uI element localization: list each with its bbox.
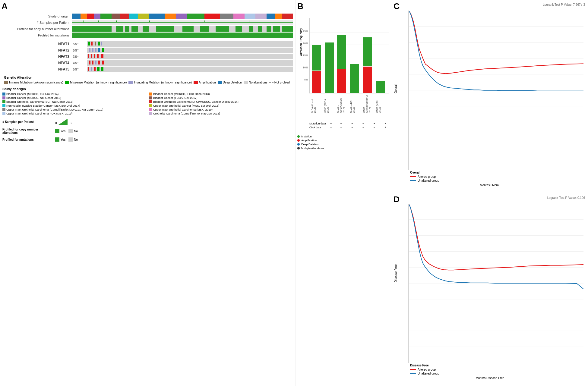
study-label-1: Bladder Cancer (MSKCC, Eur Urol 2014) (6, 92, 58, 96)
legend-no-alt: No alterations (244, 81, 267, 84)
d-chart-svg: 90% 80% 70% 60% 50% 40% 30% 20% 10% 0% 1… (409, 204, 583, 363)
cna-val-3: − (347, 126, 357, 129)
c-chart-svg: 90% 80% 70% 60% 50% 40% 30% 20% 10% 0% 1… (409, 11, 583, 170)
x-label-2: UTUC (TCGA 2017) (324, 95, 329, 113)
samples-min: 0 (55, 121, 57, 125)
profiled-mut-label: Profiled for mutations (2, 33, 72, 37)
study-swatch-3 (2, 96, 5, 99)
cna-data-label: CNA data (309, 126, 326, 129)
d-chart-area: 90% 80% 70% 60% 50% 40% 30% 20% 10% 0% 1… (409, 204, 583, 363)
bar-6 (376, 81, 385, 93)
panel-a: A Study of origin # Samples per Patient (0, 0, 296, 386)
d-legend: Disease Free Altered group Unaltered gro… (410, 364, 439, 375)
study-of-origin-bar[interactable] (72, 14, 293, 19)
mut-val-2: + (336, 122, 346, 125)
cna-no-label: No (74, 130, 78, 133)
d-blue-curve (409, 204, 583, 289)
panel-b-label: B (297, 2, 303, 11)
not-profiled-swatch (269, 82, 273, 83)
nfat1-track[interactable] (87, 41, 293, 47)
samples-per-patient-bar (72, 20, 293, 25)
study-label-10: Upper Tract Urothelial Carcinoma (MSK, 2… (153, 108, 213, 111)
b-amp-dot (297, 139, 300, 142)
x-label-5: UTUC (Cornell/Baylor/MDACC 2019) (363, 95, 371, 113)
inframe-label: Inframe Mutation (unknown significance) (9, 81, 63, 84)
study-label-3: Bladder Cancer (MSKCC, Nat Genet 2016) (6, 96, 61, 99)
study-label-2: Bladder Cancer (MSKCC, J Clin Onco 2013) (153, 92, 210, 96)
nfat5-row: NFAT5 5%* (2, 67, 293, 72)
nfat1-row: NFAT1 5%* (2, 41, 293, 47)
b-mutation-label: Mutation (301, 135, 312, 138)
bar-1 (312, 45, 321, 93)
bar-1-amp (312, 71, 321, 93)
legend-deep-deletion: Deep Deletion (218, 81, 242, 84)
study-swatch-7 (2, 104, 5, 107)
samples-legend-label: # Samples per Patient (2, 120, 51, 124)
y-tick-20: 20% (303, 42, 308, 45)
study-item-1: Bladder Cancer (MSKCC, Eur Urol 2014) (2, 92, 146, 96)
bar-2 (325, 42, 334, 93)
nfat4-row: NFAT4 4%* (2, 60, 293, 66)
study-label-12: Urothelial Carcinoma (Cornell/Trento, Na… (153, 112, 220, 115)
c-blue-curve (409, 11, 583, 91)
profiled-mut-row: Profiled for mutations (2, 33, 293, 38)
nfat3-track[interactable] (87, 54, 293, 59)
nfat2-track[interactable] (87, 48, 293, 53)
panel-c: C Logrank Test P-Value: 7.967e-3 Overall (392, 0, 588, 193)
nfat1-label: NFAT1 (2, 42, 72, 46)
nfat5-track[interactable] (87, 67, 293, 72)
b-amp-label: Amplification (301, 139, 317, 142)
bar-6-mutation (376, 81, 385, 93)
no-alt-swatch (244, 81, 248, 84)
study-item-12: Urothelial Carcinoma (Cornell/Trento, Na… (149, 112, 293, 115)
cna-val-5: − (369, 126, 380, 129)
profiled-cna-row: Profiled for copy number alterations (2, 26, 293, 32)
bar-3 (337, 35, 346, 93)
study-label-8: Upper Tract Urothelial Cancer (MSK, Eur … (153, 104, 219, 107)
genetic-alteration-label: Genetic Alteration (4, 76, 293, 79)
study-swatch-1 (2, 93, 5, 96)
study-swatch-8 (149, 104, 152, 107)
d-legend-altered: Altered group (410, 368, 439, 371)
study-item-3: Bladder Cancer (MSKCC, Nat Genet 2016) (2, 96, 146, 99)
nfat2-row: NFAT2 5%* (2, 48, 293, 53)
x-label-6: UTUC (MSK 2019) (376, 95, 381, 113)
panel-b: B Alteration Frequency 25% 20% 15% 10% 5… (296, 0, 392, 386)
c-legend: Overall Altered group Unaltered group (410, 171, 439, 182)
missense-label: Missense Mutation (unknown significance) (70, 81, 127, 84)
legend-inframe: Inframe Mutation (unknown significance) (4, 81, 63, 84)
missense-swatch (65, 81, 69, 84)
bar-4 (350, 64, 359, 93)
study-swatch-12 (149, 112, 152, 115)
del-swatch (218, 81, 222, 84)
study-item-8: Upper Tract Urothelial Cancer (MSK, Eur … (149, 104, 293, 107)
samples-per-patient-label: # Samples per Patient (2, 21, 72, 24)
nfat2-pct: 5%* (72, 49, 87, 52)
mut-val-6: + (380, 122, 390, 125)
truncating-swatch (128, 81, 133, 84)
bar-5-amp (363, 67, 372, 93)
cna-yes-swatch (55, 129, 59, 133)
panel-d: D Logrank Test P-Value: 0.106 Disease Fr… (392, 193, 588, 386)
d-y-label: Disease Free (394, 264, 397, 282)
study-item-7: Nonmuscle Invasive Bladder Cancer (MSK E… (2, 104, 146, 107)
mut-yes-swatch (55, 137, 59, 142)
profiled-cna-bar (72, 26, 293, 32)
d-pvalue: Logrank Test P-Value: 0.106 (547, 196, 585, 199)
mut-yes-label: Yes (61, 138, 65, 141)
study-swatch-11 (2, 112, 5, 115)
bar-1-mutation (312, 45, 321, 71)
profiled-cna-label: Profiled for copy number alterations (2, 27, 72, 31)
cna-no-swatch (68, 129, 73, 133)
bar-3-mutation (337, 35, 346, 69)
samples-per-patient-row: # Samples per Patient (2, 20, 293, 25)
cna-val-1: + (327, 126, 335, 129)
study-of-origin-label: Study of origin (2, 14, 72, 18)
samples-triangle (58, 119, 68, 125)
nfat4-track[interactable] (87, 60, 293, 66)
cna-no: No (68, 129, 78, 133)
study-swatch-10 (149, 108, 152, 111)
c-altered-label: Altered group (418, 175, 436, 178)
study-item-11: Upper Tract Urothelial Carcinoma PDX (MS… (2, 112, 146, 115)
d-legend-title: Disease Free (410, 364, 439, 367)
